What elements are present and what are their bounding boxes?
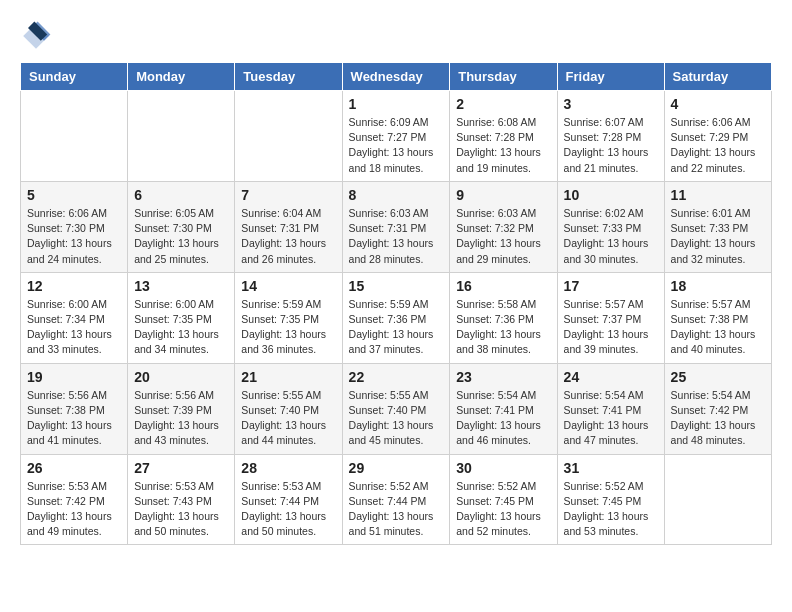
calendar-cell: 12Sunrise: 6:00 AM Sunset: 7:34 PM Dayli…	[21, 272, 128, 363]
day-info: Sunrise: 5:52 AM Sunset: 7:44 PM Dayligh…	[349, 479, 444, 540]
day-number: 18	[671, 278, 765, 294]
calendar-cell: 3Sunrise: 6:07 AM Sunset: 7:28 PM Daylig…	[557, 91, 664, 182]
day-number: 28	[241, 460, 335, 476]
calendar-header: SundayMondayTuesdayWednesdayThursdayFrid…	[21, 63, 772, 91]
day-info: Sunrise: 5:52 AM Sunset: 7:45 PM Dayligh…	[456, 479, 550, 540]
day-number: 12	[27, 278, 121, 294]
day-info: Sunrise: 5:55 AM Sunset: 7:40 PM Dayligh…	[241, 388, 335, 449]
day-info: Sunrise: 6:01 AM Sunset: 7:33 PM Dayligh…	[671, 206, 765, 267]
day-number: 1	[349, 96, 444, 112]
calendar-cell: 20Sunrise: 5:56 AM Sunset: 7:39 PM Dayli…	[128, 363, 235, 454]
day-number: 8	[349, 187, 444, 203]
page-header	[20, 20, 772, 52]
day-info: Sunrise: 5:52 AM Sunset: 7:45 PM Dayligh…	[564, 479, 658, 540]
day-info: Sunrise: 6:03 AM Sunset: 7:31 PM Dayligh…	[349, 206, 444, 267]
day-header-friday: Friday	[557, 63, 664, 91]
logo-icon	[20, 20, 52, 52]
day-header-thursday: Thursday	[450, 63, 557, 91]
calendar-cell: 31Sunrise: 5:52 AM Sunset: 7:45 PM Dayli…	[557, 454, 664, 545]
week-row-3: 12Sunrise: 6:00 AM Sunset: 7:34 PM Dayli…	[21, 272, 772, 363]
day-number: 2	[456, 96, 550, 112]
day-info: Sunrise: 5:53 AM Sunset: 7:44 PM Dayligh…	[241, 479, 335, 540]
day-header-monday: Monday	[128, 63, 235, 91]
calendar-cell	[235, 91, 342, 182]
day-number: 23	[456, 369, 550, 385]
calendar-cell: 1Sunrise: 6:09 AM Sunset: 7:27 PM Daylig…	[342, 91, 450, 182]
day-number: 10	[564, 187, 658, 203]
day-info: Sunrise: 5:57 AM Sunset: 7:37 PM Dayligh…	[564, 297, 658, 358]
day-number: 17	[564, 278, 658, 294]
day-number: 6	[134, 187, 228, 203]
calendar-cell: 15Sunrise: 5:59 AM Sunset: 7:36 PM Dayli…	[342, 272, 450, 363]
day-header-wednesday: Wednesday	[342, 63, 450, 91]
day-info: Sunrise: 5:56 AM Sunset: 7:38 PM Dayligh…	[27, 388, 121, 449]
calendar-cell: 11Sunrise: 6:01 AM Sunset: 7:33 PM Dayli…	[664, 181, 771, 272]
day-info: Sunrise: 6:02 AM Sunset: 7:33 PM Dayligh…	[564, 206, 658, 267]
day-info: Sunrise: 6:09 AM Sunset: 7:27 PM Dayligh…	[349, 115, 444, 176]
day-info: Sunrise: 6:07 AM Sunset: 7:28 PM Dayligh…	[564, 115, 658, 176]
day-info: Sunrise: 5:56 AM Sunset: 7:39 PM Dayligh…	[134, 388, 228, 449]
day-header-saturday: Saturday	[664, 63, 771, 91]
calendar-cell	[21, 91, 128, 182]
day-info: Sunrise: 6:03 AM Sunset: 7:32 PM Dayligh…	[456, 206, 550, 267]
day-info: Sunrise: 5:59 AM Sunset: 7:35 PM Dayligh…	[241, 297, 335, 358]
day-info: Sunrise: 5:55 AM Sunset: 7:40 PM Dayligh…	[349, 388, 444, 449]
calendar-cell: 24Sunrise: 5:54 AM Sunset: 7:41 PM Dayli…	[557, 363, 664, 454]
calendar-table: SundayMondayTuesdayWednesdayThursdayFrid…	[20, 62, 772, 545]
day-info: Sunrise: 5:57 AM Sunset: 7:38 PM Dayligh…	[671, 297, 765, 358]
day-info: Sunrise: 5:54 AM Sunset: 7:42 PM Dayligh…	[671, 388, 765, 449]
calendar-cell: 23Sunrise: 5:54 AM Sunset: 7:41 PM Dayli…	[450, 363, 557, 454]
day-number: 22	[349, 369, 444, 385]
calendar-cell: 26Sunrise: 5:53 AM Sunset: 7:42 PM Dayli…	[21, 454, 128, 545]
calendar-cell: 13Sunrise: 6:00 AM Sunset: 7:35 PM Dayli…	[128, 272, 235, 363]
day-number: 15	[349, 278, 444, 294]
day-number: 31	[564, 460, 658, 476]
day-number: 9	[456, 187, 550, 203]
day-info: Sunrise: 5:53 AM Sunset: 7:43 PM Dayligh…	[134, 479, 228, 540]
day-number: 5	[27, 187, 121, 203]
calendar-cell: 19Sunrise: 5:56 AM Sunset: 7:38 PM Dayli…	[21, 363, 128, 454]
calendar-cell: 28Sunrise: 5:53 AM Sunset: 7:44 PM Dayli…	[235, 454, 342, 545]
calendar-cell: 16Sunrise: 5:58 AM Sunset: 7:36 PM Dayli…	[450, 272, 557, 363]
calendar-cell: 7Sunrise: 6:04 AM Sunset: 7:31 PM Daylig…	[235, 181, 342, 272]
day-info: Sunrise: 6:05 AM Sunset: 7:30 PM Dayligh…	[134, 206, 228, 267]
calendar-cell	[664, 454, 771, 545]
week-row-4: 19Sunrise: 5:56 AM Sunset: 7:38 PM Dayli…	[21, 363, 772, 454]
calendar-cell: 25Sunrise: 5:54 AM Sunset: 7:42 PM Dayli…	[664, 363, 771, 454]
week-row-5: 26Sunrise: 5:53 AM Sunset: 7:42 PM Dayli…	[21, 454, 772, 545]
day-number: 7	[241, 187, 335, 203]
day-info: Sunrise: 6:00 AM Sunset: 7:34 PM Dayligh…	[27, 297, 121, 358]
calendar-cell: 27Sunrise: 5:53 AM Sunset: 7:43 PM Dayli…	[128, 454, 235, 545]
day-info: Sunrise: 6:06 AM Sunset: 7:30 PM Dayligh…	[27, 206, 121, 267]
calendar-cell: 10Sunrise: 6:02 AM Sunset: 7:33 PM Dayli…	[557, 181, 664, 272]
day-info: Sunrise: 5:53 AM Sunset: 7:42 PM Dayligh…	[27, 479, 121, 540]
calendar-cell: 5Sunrise: 6:06 AM Sunset: 7:30 PM Daylig…	[21, 181, 128, 272]
calendar-cell: 2Sunrise: 6:08 AM Sunset: 7:28 PM Daylig…	[450, 91, 557, 182]
day-number: 30	[456, 460, 550, 476]
day-number: 24	[564, 369, 658, 385]
day-number: 19	[27, 369, 121, 385]
calendar-cell: 9Sunrise: 6:03 AM Sunset: 7:32 PM Daylig…	[450, 181, 557, 272]
calendar-cell: 30Sunrise: 5:52 AM Sunset: 7:45 PM Dayli…	[450, 454, 557, 545]
day-info: Sunrise: 5:59 AM Sunset: 7:36 PM Dayligh…	[349, 297, 444, 358]
calendar-cell: 14Sunrise: 5:59 AM Sunset: 7:35 PM Dayli…	[235, 272, 342, 363]
week-row-1: 1Sunrise: 6:09 AM Sunset: 7:27 PM Daylig…	[21, 91, 772, 182]
day-info: Sunrise: 5:54 AM Sunset: 7:41 PM Dayligh…	[564, 388, 658, 449]
day-number: 25	[671, 369, 765, 385]
day-info: Sunrise: 6:04 AM Sunset: 7:31 PM Dayligh…	[241, 206, 335, 267]
day-info: Sunrise: 5:58 AM Sunset: 7:36 PM Dayligh…	[456, 297, 550, 358]
day-header-tuesday: Tuesday	[235, 63, 342, 91]
calendar-cell: 29Sunrise: 5:52 AM Sunset: 7:44 PM Dayli…	[342, 454, 450, 545]
calendar-cell: 21Sunrise: 5:55 AM Sunset: 7:40 PM Dayli…	[235, 363, 342, 454]
week-row-2: 5Sunrise: 6:06 AM Sunset: 7:30 PM Daylig…	[21, 181, 772, 272]
calendar-cell: 18Sunrise: 5:57 AM Sunset: 7:38 PM Dayli…	[664, 272, 771, 363]
calendar-cell: 6Sunrise: 6:05 AM Sunset: 7:30 PM Daylig…	[128, 181, 235, 272]
calendar-cell	[128, 91, 235, 182]
day-info: Sunrise: 6:00 AM Sunset: 7:35 PM Dayligh…	[134, 297, 228, 358]
calendar-cell: 4Sunrise: 6:06 AM Sunset: 7:29 PM Daylig…	[664, 91, 771, 182]
day-number: 20	[134, 369, 228, 385]
day-info: Sunrise: 6:06 AM Sunset: 7:29 PM Dayligh…	[671, 115, 765, 176]
day-number: 11	[671, 187, 765, 203]
day-number: 26	[27, 460, 121, 476]
day-number: 3	[564, 96, 658, 112]
